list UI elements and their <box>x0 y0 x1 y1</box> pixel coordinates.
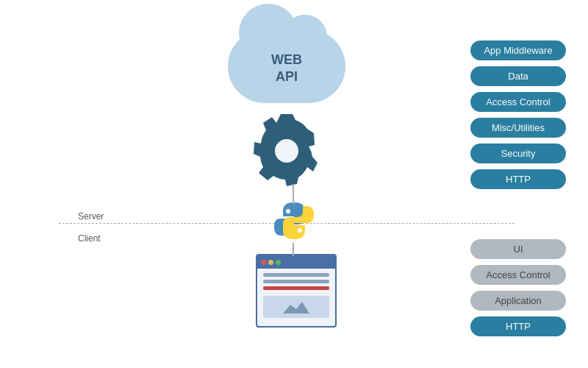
browser-titlebar <box>257 255 335 269</box>
access-control-client-button[interactable]: Access Control <box>470 265 566 285</box>
ui-button[interactable]: UI <box>470 239 566 259</box>
data-button[interactable]: Data <box>470 66 566 86</box>
browser-line-1 <box>263 273 329 277</box>
application-button[interactable]: Application <box>470 291 566 311</box>
connector-vertical-2 <box>293 243 294 256</box>
browser-image-area <box>263 296 329 318</box>
cloud-text: WEB API <box>228 52 345 86</box>
browser-window <box>256 254 337 328</box>
browser-frame <box>256 254 337 328</box>
server-buttons-panel: App Middleware Data Access Control Misc/… <box>470 40 566 189</box>
browser-line-red <box>263 286 329 290</box>
svg-point-1 <box>286 209 290 213</box>
minimize-dot <box>268 260 273 265</box>
client-buttons-panel: UI Access Control Application HTTP <box>470 239 566 336</box>
gear-icon <box>243 114 331 191</box>
web-api-cloud: WEB API <box>228 29 345 103</box>
access-control-server-button[interactable]: Access Control <box>470 92 566 112</box>
security-button[interactable]: Security <box>470 144 566 163</box>
svg-point-2 <box>298 228 302 233</box>
connector-vertical-1 <box>293 184 294 205</box>
misc-utilities-button[interactable]: Misc/Utilities <box>470 118 566 138</box>
browser-body <box>257 269 335 322</box>
http-server-button[interactable]: HTTP <box>470 169 566 189</box>
python-logo <box>272 199 316 246</box>
close-dot <box>261 260 266 265</box>
svg-point-0 <box>275 139 298 163</box>
server-label: Server <box>78 211 104 222</box>
http-client-button[interactable]: HTTP <box>470 316 566 336</box>
browser-line-2 <box>263 280 329 283</box>
maximize-dot <box>276 260 281 265</box>
client-label: Client <box>78 233 101 244</box>
app-middleware-button[interactable]: App Middleware <box>470 40 566 60</box>
